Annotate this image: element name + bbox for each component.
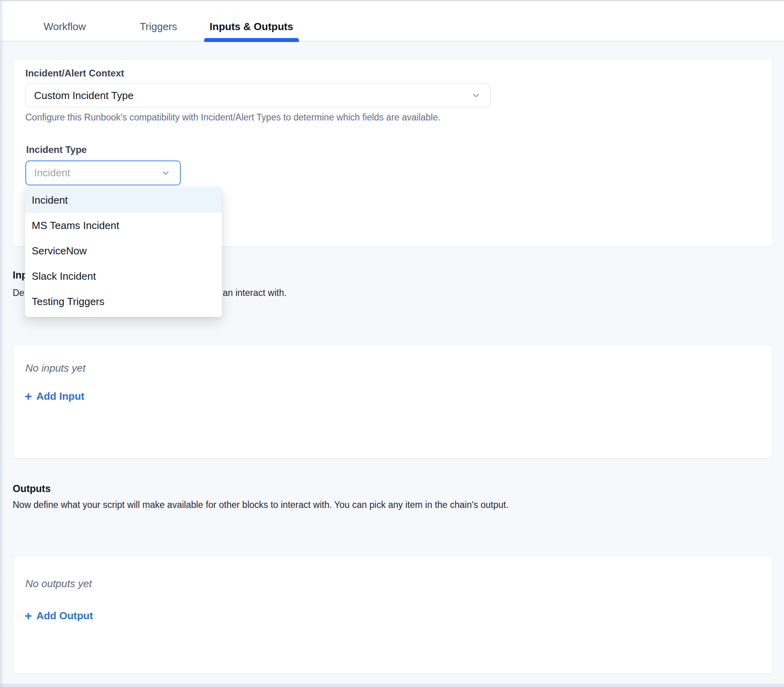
bottom-border-strip	[0, 684, 784, 687]
add-output-label: Add Output	[36, 610, 93, 622]
add-input-button[interactable]: + Add Input	[25, 390, 84, 403]
selected-context-value: Custom Incident Type	[26, 90, 134, 102]
runbook-config-page: Workflow Triggers Inputs & Outputs Incid…	[0, 0, 784, 687]
incident-context-select[interactable]: Custom Incident Type	[25, 84, 491, 107]
incident-type-placeholder: Incident	[26, 167, 70, 179]
dropdown-option-slack-incident[interactable]: Slack Incident	[25, 263, 222, 289]
plus-icon: +	[25, 609, 32, 622]
add-output-button[interactable]: + Add Output	[25, 609, 93, 622]
plus-icon: +	[25, 390, 32, 403]
left-edge-shadow	[0, 0, 4, 687]
top-border-strip	[0, 0, 784, 1]
outputs-heading: Outputs	[13, 483, 51, 494]
incident-type-combobox[interactable]: Incident	[25, 160, 181, 185]
incident-type-label: Incident Type	[26, 144, 87, 155]
dropdown-option-incident[interactable]: Incident	[25, 187, 222, 213]
inputs-description-fragment-right: an interact with.	[223, 288, 287, 298]
context-help-text: Configure this Runbook's compatibility w…	[25, 112, 699, 123]
dropdown-option-servicenow[interactable]: ServiceNow	[25, 238, 222, 263]
tab-workflow[interactable]: Workflow	[38, 21, 91, 33]
outputs-description: Now define what your script will make av…	[13, 500, 758, 510]
active-tab-underline	[204, 38, 299, 42]
chevron-down-icon	[470, 90, 482, 101]
tab-triggers[interactable]: Triggers	[134, 21, 182, 33]
dropdown-option-ms-teams-incident[interactable]: MS Teams Incident	[25, 213, 222, 238]
incident-alert-context-label: Incident/Alert Context	[25, 68, 124, 79]
dropdown-option-testing-triggers[interactable]: Testing Triggers	[25, 289, 222, 314]
inputs-description-fragment-left: De	[13, 288, 24, 298]
incident-type-dropdown-menu: Incident MS Teams Incident ServiceNow Sl…	[25, 187, 222, 317]
inputs-card: No inputs yet + Add Input	[13, 345, 773, 458]
tab-inputs-outputs[interactable]: Inputs & Outputs	[204, 21, 299, 33]
tab-bar: Workflow Triggers Inputs & Outputs	[0, 1, 784, 42]
outputs-card: No outputs yet + Add Output	[13, 556, 773, 674]
add-input-label: Add Input	[36, 390, 84, 403]
no-outputs-text: No outputs yet	[25, 578, 92, 590]
chevron-down-icon	[160, 168, 171, 179]
tab-inputs-outputs-label: Inputs & Outputs	[210, 21, 293, 32]
no-inputs-text: No inputs yet	[25, 362, 86, 374]
